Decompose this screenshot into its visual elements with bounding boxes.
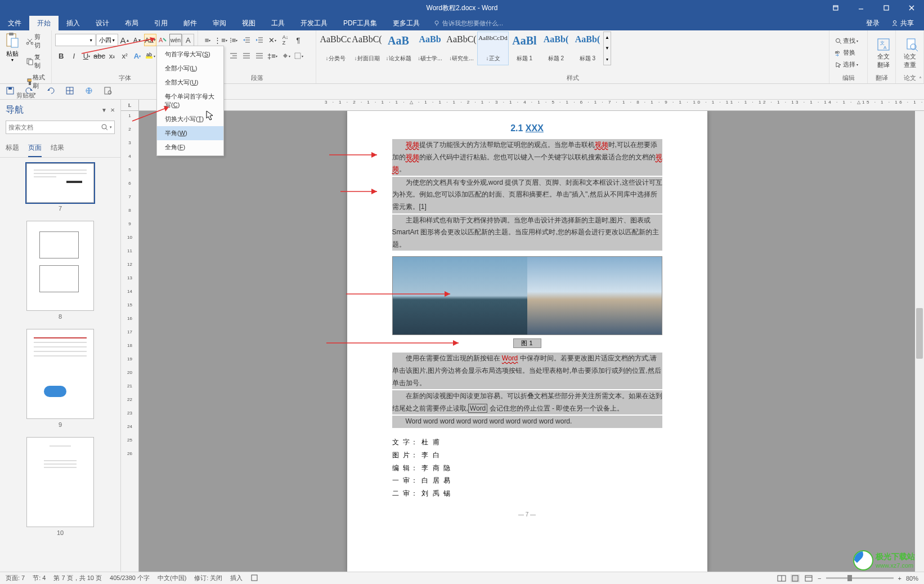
paragraph[interactable]: Word word word word word word word word … [392, 416, 662, 428]
show-marks-button[interactable]: ¶ [292, 34, 304, 46]
copy-button[interactable]: 复制 [24, 52, 48, 71]
document-scroll[interactable]: 2.1 XXX 视频提供了功能强大的方法帮助您证明您的观点。当您单击联机视频时,… [139, 111, 915, 572]
tab-file[interactable]: 文件 [0, 16, 29, 30]
decrease-indent-button[interactable] [240, 34, 253, 46]
borders-button[interactable]: ▾ [292, 50, 304, 62]
font-name-select[interactable]: ▼ [55, 34, 96, 46]
print-layout-icon[interactable] [791, 574, 800, 582]
paragraph[interactable]: 为使您的文档具有专业外观,word 提供了页眉、页脚、封面和文本框设计,这些设计… [392, 177, 662, 213]
style-item[interactable]: AaBbC(↓研究生... [446, 32, 477, 65]
thumbnails-list[interactable]: 7 8 9 10 [0, 158, 120, 572]
styles-gallery[interactable]: AaBbCc↓分类号 AaBbC(↓封面日期 AaB↓论文标题 AaBb↓硕士学… [320, 32, 826, 71]
clear-formatting-button[interactable]: A [157, 34, 169, 46]
paper-check-button[interactable]: 论文查重 [899, 32, 924, 74]
tab-tools[interactable]: 工具 [263, 16, 293, 30]
qat-link-button[interactable] [84, 86, 93, 97]
sentence-case-item[interactable]: 句首字母大写(S) [157, 47, 223, 61]
bold-button[interactable]: B [55, 50, 68, 62]
tab-references[interactable]: 引用 [146, 16, 176, 30]
grow-font-button[interactable]: A▲ [119, 34, 131, 46]
tab-view[interactable]: 视图 [234, 16, 263, 30]
increase-indent-button[interactable] [253, 34, 266, 46]
font-size-select[interactable]: 小四▼ [96, 34, 118, 46]
zoom-level[interactable]: 80% [906, 575, 918, 582]
macro-icon[interactable] [250, 574, 258, 582]
zoom-in-button[interactable]: + [898, 575, 901, 582]
select-button[interactable]: 选择▾ [833, 59, 860, 70]
phonetic-guide-button[interactable]: wén [169, 34, 181, 46]
text-effects-button[interactable]: A▾ [131, 50, 143, 62]
shrink-font-button[interactable]: A▼ [132, 34, 143, 46]
underline-button[interactable]: U▾ [80, 50, 93, 62]
status-page[interactable]: 页面: 7 [6, 574, 25, 582]
shading-button[interactable]: ▾ [279, 50, 291, 62]
uppercase-item[interactable]: 全部大写(U) [157, 75, 223, 90]
cut-button[interactable]: 剪切 [24, 32, 48, 51]
search-icon[interactable] [101, 123, 109, 131]
distribute-button[interactable] [253, 50, 266, 62]
horizontal-ruler[interactable]: 3 · 1 · 2 · 1 · 1 · 1 · △ · 1 · 1 · 1 · … [139, 100, 924, 111]
lowercase-item[interactable]: 全部小写(L) [157, 61, 223, 75]
tab-insert[interactable]: 插入 [59, 16, 88, 30]
style-item-active[interactable]: AaBbCcDd↓正文 [477, 32, 509, 65]
qat-table-button[interactable] [65, 86, 74, 97]
tab-developer[interactable]: 开发工具 [293, 16, 335, 30]
style-item[interactable]: AaBb(标题 3 [572, 32, 603, 65]
status-wordcount[interactable]: 405/2380 个字 [110, 574, 150, 582]
change-case-button[interactable]: Aa▾ [144, 34, 156, 46]
close-icon[interactable] [899, 0, 924, 16]
bullets-button[interactable]: ≡▾ [201, 34, 214, 46]
line-spacing-button[interactable]: ‡≡▾ [266, 50, 279, 62]
multilevel-button[interactable]: ⁝≡▾ [227, 34, 240, 46]
ribbon-display-icon[interactable] [823, 0, 848, 16]
qat-preview-button[interactable] [104, 86, 113, 97]
status-section[interactable]: 节: 4 [33, 574, 46, 582]
status-page-of[interactable]: 第 7 页，共 10 页 [53, 574, 102, 582]
navtab-pages[interactable]: 页面 [28, 140, 42, 157]
navtab-results[interactable]: 结果 [51, 140, 64, 157]
share-button[interactable]: 共享 [885, 19, 919, 28]
ruler-corner[interactable]: L [121, 100, 139, 111]
scrollbar-thumb[interactable] [916, 308, 923, 359]
minimize-icon[interactable] [848, 0, 873, 16]
style-item[interactable]: AaB↓论文标题 [383, 32, 414, 65]
status-language[interactable]: 中文(中国) [158, 574, 186, 582]
collapse-ribbon-icon[interactable]: ˄ [919, 76, 922, 82]
sort-button[interactable]: A↓Z [279, 34, 291, 46]
status-tracking[interactable]: 修订: 关闭 [194, 574, 222, 582]
align-right-button[interactable] [227, 50, 240, 62]
paragraph[interactable]: 在新的阅读视图中阅读更加容易。可以折叠文档某些部分并关注所需文本。如果在达到结尾… [392, 390, 662, 414]
navpane-search[interactable]: ▾ [6, 121, 115, 134]
style-item[interactable]: AaBb↓硕士学... [414, 32, 446, 65]
italic-button[interactable]: I [68, 50, 80, 62]
zoom-slider[interactable] [826, 577, 894, 579]
navpane-dropdown-icon[interactable]: ▼ [101, 107, 107, 113]
styles-scroll[interactable]: ▲▼▾ [603, 32, 611, 65]
find-button[interactable]: 查找▾ [833, 35, 860, 46]
status-insert[interactable]: 插入 [230, 574, 243, 582]
replace-button[interactable]: ab替换 [833, 47, 860, 58]
login-button[interactable]: 登录 [860, 19, 885, 28]
tab-mailings[interactable]: 邮件 [176, 16, 205, 30]
text-direction-button[interactable]: ✕▾ [266, 34, 279, 46]
navpane-close-icon[interactable]: ✕ [110, 107, 115, 113]
search-dropdown-icon[interactable]: ▾ [110, 125, 112, 130]
tell-me-search[interactable]: 告诉我您想要做什么... [428, 16, 509, 30]
strikethrough-button[interactable]: abc [93, 50, 106, 62]
vertical-ruler[interactable]: 1234567891011121314151617181920212223242… [121, 111, 139, 572]
tab-pdf[interactable]: PDF工具集 [335, 16, 385, 30]
capitalize-item[interactable]: 每个单词首字母大写(C) [157, 90, 223, 112]
zoom-out-button[interactable]: − [818, 575, 821, 582]
align-justify-button[interactable] [240, 50, 253, 62]
paragraph[interactable]: 视频提供了功能强大的方法帮助您证明您的观点。当您单击联机视频时,可以在想要添加的… [392, 139, 662, 176]
document-image[interactable] [392, 256, 662, 335]
char-border-button[interactable]: A [182, 34, 194, 46]
maximize-icon[interactable] [873, 0, 899, 16]
style-item[interactable]: AaBb(标题 2 [540, 32, 572, 65]
tab-home[interactable]: 开始 [29, 16, 59, 30]
style-item[interactable]: AaBbC(↓封面日期 [351, 32, 383, 65]
read-mode-icon[interactable] [777, 574, 786, 582]
numbering-button[interactable]: ⋮≡▾ [214, 34, 227, 46]
paragraph[interactable]: 使用在需要位置出现的新按钮在 Word 中保存时间。若要更改图片适应文档的方式,… [392, 353, 662, 389]
tab-review[interactable]: 审阅 [205, 16, 234, 30]
